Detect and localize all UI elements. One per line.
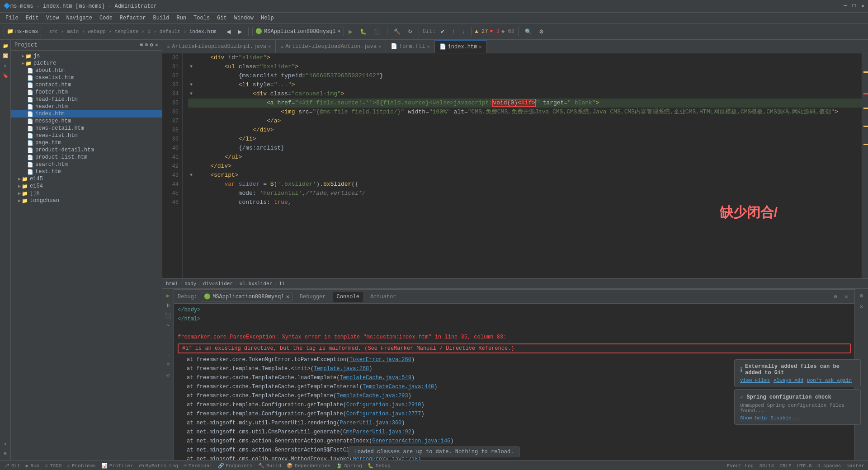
code-line-40[interactable]: ▶ {/ms:arclist} xyxy=(188,144,862,153)
menu-navigate[interactable]: Navigate xyxy=(62,15,96,21)
collapse-all-icon[interactable]: ≡ xyxy=(140,42,143,48)
tree-item-about[interactable]: 📄 about.htm xyxy=(11,67,162,74)
code-line-38[interactable]: ▶ </div> xyxy=(188,126,862,135)
structure-icon-btn[interactable]: ≡ xyxy=(1,61,10,70)
code-line-33[interactable]: ▼ <li style="..."> xyxy=(188,80,862,89)
debug-side-close[interactable]: ✕ xyxy=(857,302,866,311)
menu-build[interactable]: Build xyxy=(149,15,173,21)
notif-view-files[interactable]: View Files xyxy=(740,378,770,383)
status-branch[interactable]: master xyxy=(846,463,864,469)
code-line-37[interactable]: ▶ </a> xyxy=(188,117,862,126)
tab-close-icon[interactable]: ✕ xyxy=(378,44,381,49)
tree-item-footer[interactable]: 📄 footer.htm xyxy=(11,89,162,96)
code-line-45[interactable]: ▶ mode: 'horizontal',/*fade,vertical*/ xyxy=(188,189,862,198)
forward-button[interactable]: ▶ xyxy=(235,27,245,37)
build-button[interactable]: 🔨 xyxy=(391,27,403,37)
tree-item-e145[interactable]: ▶ 📁 e145 xyxy=(11,175,162,183)
mute-breakpoints-btn[interactable]: ⊘ xyxy=(164,371,173,380)
maximize-btn[interactable]: □ xyxy=(853,3,856,9)
commit-icon-btn[interactable]: 🔀 xyxy=(1,52,10,61)
tab-close-icon[interactable]: ✕ xyxy=(427,44,430,49)
tree-item-news-list[interactable]: 📄 news-list.htm xyxy=(11,132,162,139)
code-line-35[interactable]: ▶ <a href="<#if field.source!=''>${field… xyxy=(188,99,862,108)
tab-ArticleFileuploadBizImpl[interactable]: ☕ ArticleFileuploadBizImpl.java ✕ xyxy=(162,40,276,53)
code-content[interactable]: ▶ <div id="slider"> ▼ <ul class="bxslide… xyxy=(183,53,862,278)
breadcrumb-html[interactable]: html xyxy=(166,281,178,287)
fold-btn[interactable]: ▼ xyxy=(188,82,194,88)
git-push-btn[interactable]: ↑ xyxy=(449,27,458,37)
step-out-btn[interactable]: ↑ xyxy=(164,341,173,350)
notif-show-help[interactable]: Show help xyxy=(740,415,767,421)
status-event-log[interactable]: Event Log xyxy=(727,463,754,469)
tab-index-htm[interactable]: 📄 index.htm ✕ xyxy=(435,40,487,53)
tree-item-jjh[interactable]: ▶ 📁 jjh xyxy=(11,190,162,197)
bookmarks-icon-btn[interactable]: 🔖 xyxy=(1,71,10,80)
tab-ArticleFileuploadAction[interactable]: ☕ ArticleFileuploadAction.java ✕ xyxy=(276,40,386,53)
menu-window[interactable]: Window xyxy=(231,15,257,21)
tree-item-product-list[interactable]: 📄 product-list.htm xyxy=(11,154,162,161)
breadcrumb-div-slider[interactable]: div#slider xyxy=(203,281,233,287)
tree-item-contact[interactable]: 📄 contact.htm xyxy=(11,81,162,89)
step-over-btn[interactable]: ↷ xyxy=(164,321,173,330)
tab-close-icon[interactable]: ✕ xyxy=(479,44,481,50)
pause-btn[interactable]: ⏸ xyxy=(164,301,173,310)
status-run[interactable]: ▶ Run xyxy=(26,463,39,469)
code-line-46[interactable]: ▶ controls: true, xyxy=(188,198,862,207)
status-indent[interactable]: 4 spaces xyxy=(817,463,841,469)
expand-icon[interactable]: ⊕ xyxy=(145,42,148,48)
debug-side-settings[interactable]: ⚙ xyxy=(857,291,866,300)
update-button[interactable]: ↻ xyxy=(405,27,415,37)
menu-refactor[interactable]: Refactor xyxy=(116,15,150,21)
menu-tools[interactable]: Tools xyxy=(190,15,213,21)
code-line-39[interactable]: ▶ </li> xyxy=(188,135,862,144)
evaluate-btn[interactable]: ≡ xyxy=(164,361,173,370)
code-line-34[interactable]: ▼ <div class="carousel-img"> xyxy=(188,89,862,99)
status-todo[interactable]: ☑ TODO xyxy=(45,463,61,469)
project-icon-btn[interactable]: 📁 xyxy=(1,42,10,51)
git-pull-btn[interactable]: ↓ xyxy=(459,27,467,37)
status-encoding[interactable]: UTF-8 xyxy=(797,463,812,469)
error-count[interactable]: ✖ 3 xyxy=(490,28,500,35)
tree-item-product-detail[interactable]: 📄 product-detail.htm xyxy=(11,146,162,154)
code-line-43[interactable]: ▼ <script> xyxy=(188,171,862,180)
status-endpoints[interactable]: 🔗 Endpoints xyxy=(218,463,253,469)
tab-console[interactable]: Console xyxy=(333,292,363,302)
breadcrumb-li[interactable]: li xyxy=(279,281,285,287)
status-git[interactable]: ⎇ Git xyxy=(4,463,20,469)
menu-code[interactable]: Code xyxy=(96,15,116,21)
tree-item-head-file[interactable]: 📄 head-file.htm xyxy=(11,96,162,103)
code-line-32[interactable]: ▶ {ms:arclist typeid="166665370655032116… xyxy=(188,71,862,80)
search-button[interactable]: 🔍 xyxy=(522,27,534,37)
notif-disable[interactable]: Disable... xyxy=(770,415,800,421)
tree-item-js[interactable]: ▶ 📁 js xyxy=(11,52,162,60)
fold-btn[interactable]: ▼ xyxy=(188,91,194,97)
close-btn[interactable]: ✕ xyxy=(861,3,864,9)
close-debug-icon[interactable]: ✕ xyxy=(842,292,851,301)
menu-file[interactable]: File xyxy=(2,15,22,21)
minimize-btn[interactable]: ─ xyxy=(844,3,847,9)
tree-item-index[interactable]: 📄 index.htm xyxy=(11,110,162,118)
resume-btn[interactable]: ▶ xyxy=(164,291,173,300)
status-profiler[interactable]: 📊 Profiler xyxy=(101,463,133,469)
tree-item-news-detail[interactable]: 📄 news-detail.htm xyxy=(11,125,162,132)
menu-run[interactable]: Run xyxy=(173,15,190,21)
breadcrumb-body[interactable]: body xyxy=(184,281,196,287)
breadcrumb-ul-bxslider[interactable]: ul.bxslider xyxy=(240,281,273,287)
stop-btn[interactable]: ⬛ xyxy=(164,311,173,320)
tree-item-test[interactable]: 📄 test.htm xyxy=(11,168,162,175)
debug-button[interactable]: 🐛 xyxy=(357,27,369,37)
status-dependencies[interactable]: 📦 Dependencies xyxy=(287,463,330,469)
code-line-41[interactable]: ▶ </ul> xyxy=(188,153,862,162)
tab-close-icon[interactable]: ✕ xyxy=(268,44,271,49)
tree-item-header[interactable]: 📄 header.htm xyxy=(11,103,162,110)
code-line-31[interactable]: ▼ <ul class="bxslider"> xyxy=(188,62,862,71)
status-debug[interactable]: 🐛 Debug xyxy=(368,463,391,469)
notif-always-add[interactable]: Always Add xyxy=(774,378,803,383)
notif-dont-ask[interactable]: Don't Ask Again xyxy=(807,378,852,383)
run-to-cursor-btn[interactable]: → xyxy=(164,351,173,360)
gear-icon[interactable]: ⚙ xyxy=(150,42,153,48)
git-commit-btn[interactable]: ✔ xyxy=(438,27,448,37)
tree-item-e154[interactable]: ▶ 📁 e154 xyxy=(11,183,162,190)
favorites-icon-btn[interactable]: ★ xyxy=(1,439,10,448)
menu-edit[interactable]: Edit xyxy=(22,15,42,21)
